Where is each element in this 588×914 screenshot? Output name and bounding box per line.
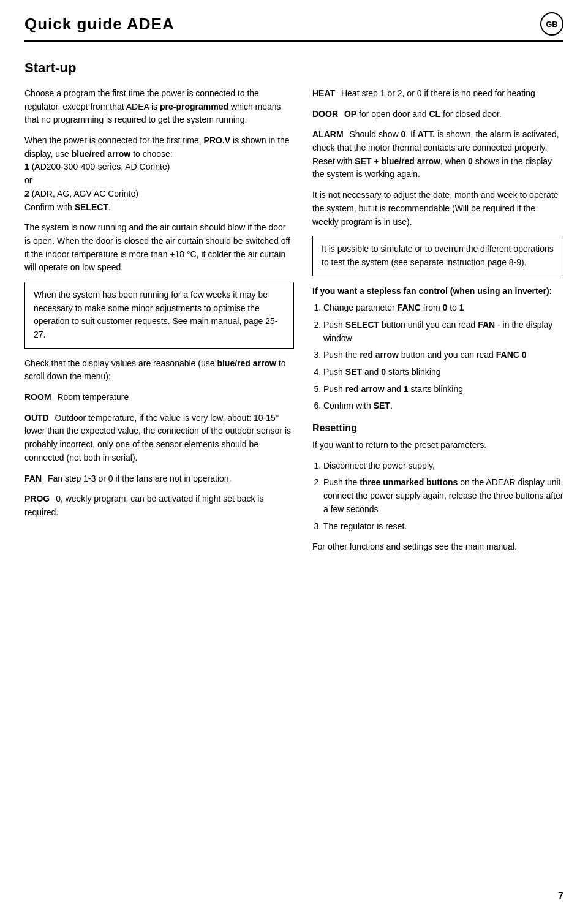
left-column: Choose a program the first time the powe… — [24, 87, 294, 561]
two-col-layout: Choose a program the first time the powe… — [24, 87, 564, 561]
stepless-step-5: Push red arrow and 1 starts blinking — [323, 383, 564, 396]
blue-red-arrow-bold-1: blue/red arrow — [72, 149, 130, 159]
fan-text: Fan step 1-3 or 0 if the fans are not in… — [48, 474, 232, 483]
outd-label: OUTD — [24, 413, 49, 423]
pre-programmed-bold: pre-programmed — [160, 102, 228, 111]
resetting-step-2: Push the three unmarked buttons on the A… — [323, 476, 564, 516]
date-para: It is not necessary to adjust the date, … — [312, 189, 564, 228]
alarm-label: ALARM — [312, 129, 344, 139]
prog-term: PROG 0, weekly program, can be activated… — [24, 493, 294, 519]
alarm-0-bold: 0 — [401, 129, 406, 139]
select-bold-1: SELECT — [75, 202, 108, 212]
stepless-step-2: Push SELECT button until you can read FA… — [323, 319, 564, 345]
op-bold: OP — [344, 109, 356, 119]
heat-term: HEAT Heat step 1 or 2, or 0 if there is … — [312, 87, 564, 100]
blue-red-arrow-bold-2: blue/red arrow — [217, 358, 276, 368]
footer-text: For other functions and settings see the… — [312, 540, 564, 554]
att-bold: ATT. — [418, 129, 435, 139]
select-bold-2: SELECT — [345, 320, 379, 330]
right-column: HEAT Heat step 1 or 2, or 0 if there is … — [312, 87, 564, 561]
resetting-intro: If you want to return to the preset para… — [312, 439, 564, 452]
heat-label: HEAT — [312, 88, 335, 98]
fan-label: FAN — [24, 474, 42, 483]
door-label: DOOR — [312, 109, 338, 119]
stepless-step-4: Push SET and 0 starts blinking — [323, 366, 564, 379]
set-bold-1: SET — [355, 156, 371, 166]
header: Quick guide ADEA GB — [24, 12, 564, 42]
stepless-list: Change parameter FANC from 0 to 1 Push S… — [323, 301, 564, 413]
fan-term: FAN Fan step 1-3 or 0 if the fans are no… — [24, 472, 294, 486]
heat-text: Heat step 1 or 2, or 0 if there is no ne… — [341, 88, 535, 98]
alarm-term: ALARM Should show 0. If ATT. is shown, t… — [312, 128, 564, 181]
stepless-step-6: Confirm with SET. — [323, 399, 564, 413]
choice-2-bold: 2 — [24, 189, 29, 198]
room-label: ROOM — [24, 392, 51, 402]
page-number: 7 — [558, 891, 564, 902]
one-blink-bold: 1 — [404, 384, 409, 394]
stepless-step-1: Change parameter FANC from 0 to 1 — [323, 301, 564, 315]
page-title: Quick guide ADEA — [24, 15, 175, 34]
system-running-para: The system is now running and the air cu… — [24, 221, 294, 274]
intro-para: Choose a program the first time the powe… — [24, 87, 294, 127]
zero-blink-bold: 0 — [381, 367, 386, 377]
resetting-step-3: The regulator is reset. — [323, 520, 564, 534]
page-container: Quick guide ADEA GB Start-up Choose a pr… — [0, 0, 588, 914]
fanc-bold-1: FANC — [398, 303, 421, 312]
three-buttons-bold: three unmarked buttons — [360, 477, 458, 487]
fanc-0-bold: 0 — [443, 303, 448, 312]
room-term: ROOM Room temperature — [24, 391, 294, 404]
resetting-list: Disconnect the power supply, Push the th… — [323, 459, 564, 533]
blue-red-arrow-bold-3: blue/red arrow — [381, 156, 440, 166]
fanc-1-bold: 1 — [459, 303, 464, 312]
simulate-box: It is possible to simulate or to overrun… — [312, 236, 564, 276]
prov-bold: PRO.V — [204, 135, 231, 145]
door-term: DOOR OP for open door and CL for closed … — [312, 108, 564, 121]
check-display-para: Check that the display values are reason… — [24, 357, 294, 383]
resetting-step-1: Disconnect the power supply, — [323, 459, 564, 473]
red-arrow-bold-2: red arrow — [345, 384, 385, 394]
stepless-step-3: Push the red arrow button and you can re… — [323, 349, 564, 362]
set-bold-3: SET — [374, 401, 390, 410]
choice-1-bold: 1 — [24, 162, 29, 172]
outd-term: OUTD Outdoor temperature, if the value i… — [24, 412, 294, 465]
red-arrow-bold-1: red arrow — [360, 350, 399, 360]
gb-badge: GB — [540, 12, 564, 36]
pro-v-para: When the power is connected for the firs… — [24, 134, 294, 214]
section-title: Start-up — [24, 60, 564, 76]
stepless-title: If you want a stepless fan control (when… — [312, 285, 564, 298]
prog-text: 0, weekly program, can be activated if n… — [24, 494, 263, 517]
door-text: OP for open door and CL for closed door. — [344, 109, 502, 119]
adjustment-box: When the system has been running for a f… — [24, 282, 294, 349]
fanc-0-read-bold: FANC 0 — [496, 350, 527, 360]
fan-dash-bold: FAN — [478, 320, 495, 330]
alarm-zero-bold: 0 — [468, 156, 473, 166]
set-bold-2: SET — [345, 367, 362, 377]
room-text: Room temperature — [57, 392, 129, 402]
prog-label: PROG — [24, 494, 50, 504]
cl-bold: CL — [429, 109, 440, 119]
outd-text: Outdoor temperature, if the value is ver… — [24, 413, 291, 463]
alarm-text: Should show 0. If ATT. is shown, the ala… — [312, 129, 559, 179]
resetting-title: Resetting — [312, 423, 564, 434]
